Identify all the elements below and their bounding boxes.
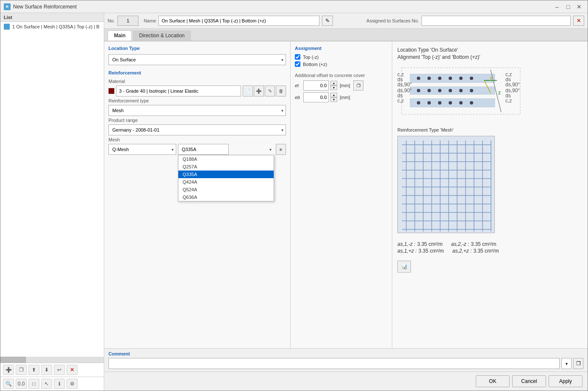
et-spin-up[interactable]: ▴ [330,81,337,85]
et-copy-button[interactable]: ❐ [353,80,363,91]
mesh-option-q188a[interactable]: Q188A [178,155,274,163]
diagram-section: Location Type 'On Surface' Alignment 'To… [397,47,582,120]
minimize-button[interactable]: – [552,2,562,11]
assigned-input[interactable] [422,16,571,26]
location-type-dropdown[interactable]: On Surface [108,54,286,65]
duplicate-button[interactable]: ❐ [16,365,27,375]
name-edit-button[interactable]: ✎ [322,16,333,26]
mesh-type-dropdown[interactable]: Q-Mesh [108,144,176,155]
bottom-checkbox-row: Bottom (+z) [295,61,388,67]
bottom-toolbar: 🔍 0.0 □ ↖ ℹ ⚙ [0,377,104,391]
material-edit-button[interactable]: ✎ [265,85,275,96]
stats-row-2: as,1,+z : 3.35 cm²/m as,2,+z : 3.35 cm²/… [397,248,582,254]
assignment-section: Assignment Top (-z) Bottom (+z) [295,46,388,67]
mesh-product-dropdown[interactable]: Q335A [178,144,229,155]
scroll-thumb[interactable] [0,357,26,363]
svg-text:ds,90°: ds,90° [505,82,520,88]
svg-point-10 [427,89,431,92]
window-title: New Surface Reinforcement [13,4,552,10]
name-label: Name [144,18,156,23]
stat-a52pz: as,2,+z : 3.35 cm²/m [452,248,499,254]
tab-direction-location[interactable]: Direction & Location [133,30,191,41]
et-label: et [295,83,302,88]
mesh-row: Q-Mesh ▾ Q335A ▾ [108,144,286,155]
svg-point-13 [459,89,463,92]
rect-tool-button[interactable]: □ [28,379,39,389]
mesh-browse-button[interactable]: ≡ [276,144,286,155]
svg-point-5 [449,77,452,80]
et-input[interactable] [303,80,329,91]
close-button[interactable]: ✕ [574,2,584,11]
svg-rect-8 [410,87,495,94]
mesh-option-q636a[interactable]: Q636A [178,193,274,201]
a52z-label: as,2,-z : [451,241,469,247]
product-range-dropdown[interactable]: Germany - 2008-01-01 [108,124,286,135]
delete-button[interactable]: ✕ [67,365,78,375]
horizontal-scrollbar[interactable] [0,357,104,363]
material-label: Material [108,79,286,84]
panel-container: Location Type On Surface ▾ Reinforcement [104,41,588,348]
maximize-button[interactable]: □ [563,2,573,11]
mesh-option-q424a[interactable]: Q424A [178,178,274,186]
middle-panel: Assignment Top (-z) Bottom (+z) Addition… [291,41,392,348]
eb-spin-down[interactable]: ▾ [330,97,337,102]
comment-label: Comment [108,351,583,356]
material-new-button[interactable]: ➕ [254,85,264,96]
top-fields-row: No. Name ✎ Assigned to Surfaces No. ✕ [104,13,588,29]
right-panel: Location Type 'On Surface' Alignment 'To… [392,41,588,348]
undo-button[interactable]: ↩ [54,365,65,375]
et-spinners: ▴ ▾ [330,81,337,90]
info-tool-button[interactable]: ℹ [54,379,65,389]
eb-input[interactable] [303,92,329,102]
a52z-value: 3.35 cm²/m [471,241,496,247]
diagram-export-button[interactable]: 📊 [397,261,411,273]
stat-a51z: as,1,-z : 3.35 cm²/m [397,241,443,247]
material-dropdown[interactable]: 3 - Grade 40 | Isotropic | Linear Elasti… [116,85,241,96]
cancel-button[interactable]: Cancel [512,375,546,387]
material-browse-button[interactable]: 📄 [243,85,253,96]
add-item-button[interactable]: ➕ [3,365,14,375]
move-up-button[interactable]: ⬆ [28,365,39,375]
mesh-grid-title: Reinforcement Type 'Mesh' [397,127,582,132]
cursor-tool-button[interactable]: ↖ [41,379,52,389]
bottom-checkbox[interactable] [295,61,300,67]
move-down-button[interactable]: ⬇ [41,365,52,375]
mesh-grid-section: Reinforcement Type 'Mesh' [397,127,582,234]
eb-spin-up[interactable]: ▴ [330,93,337,97]
mesh-label: Mesh [108,137,286,142]
mesh-option-q257a[interactable]: Q257A [178,163,274,171]
number-tool-button[interactable]: 0.0 [16,379,27,389]
material-color-swatch [108,88,114,94]
name-input[interactable] [158,16,319,26]
mesh-option-q524a[interactable]: Q524A [178,186,274,193]
reinf-type-dropdown[interactable]: Mesh [108,105,286,116]
mesh-product-wrapper: Q335A ▾ [178,144,274,155]
gear-tool-button[interactable]: ⚙ [67,379,78,389]
et-spin-down[interactable]: ▾ [330,85,337,90]
reinf-type-dropdown-wrapper: Mesh ▾ [108,105,286,116]
search-tool-button[interactable]: 🔍 [3,379,14,389]
material-delete-button[interactable]: 🗑 [276,85,286,96]
location-type-dropdown-wrapper: On Surface ▾ [108,54,286,65]
sidebar-toolbar: ➕ ❐ ⬆ ⬇ ↩ ✕ [0,363,104,377]
cross-section-svg: y z [397,63,533,118]
comment-dropdown-arrow[interactable]: ▾ [561,358,571,369]
ok-button[interactable]: OK [476,375,510,387]
stats-section: as,1,-z : 3.35 cm²/m as,2,-z : 3.35 cm²/… [397,241,582,255]
list-item[interactable]: 1 On Surface | Mesh | Q335A | Top (-z) |… [0,22,104,31]
mesh-option-q335a[interactable]: Q335A [178,171,274,178]
apply-button[interactable]: Apply [549,375,582,387]
tab-main[interactable]: Main [108,30,132,41]
svg-point-24 [459,101,463,105]
material-buttons: 📄 ➕ ✎ 🗑 [243,85,286,96]
number-input[interactable] [117,16,139,26]
app-icon: R [4,3,11,10]
reinf-type-label: Reinforcement type [108,98,286,103]
comment-input[interactable] [108,358,560,369]
top-checkbox[interactable] [295,54,300,60]
svg-point-3 [427,77,431,80]
item-text: 1 On Surface | Mesh | Q335A | Top (-z) |… [12,24,100,29]
assigned-clear-button[interactable]: ✕ [573,16,584,26]
comment-copy-button[interactable]: ❐ [573,358,583,369]
action-buttons: OK Cancel Apply [104,372,588,391]
